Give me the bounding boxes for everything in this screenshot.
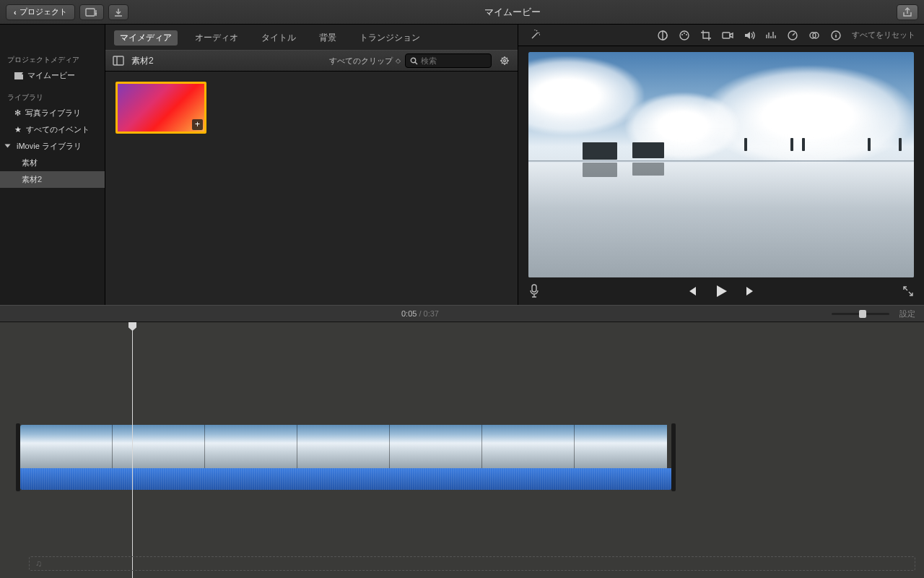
timeline-clip-segment[interactable] — [482, 425, 575, 468]
tab-my-media[interactable]: マイメディア — [114, 30, 178, 46]
timeline-clip-segment[interactable] — [205, 425, 297, 468]
clip-thumbnail[interactable]: + — [116, 82, 206, 134]
flower-icon: ✻ — [14, 108, 21, 118]
zoom-thumb[interactable] — [859, 310, 866, 318]
search-field[interactable] — [405, 53, 492, 68]
fullscreen-button[interactable] — [902, 285, 914, 297]
prev-button[interactable] — [686, 285, 697, 297]
media-browser: マイメディア オーディオ タイトル 背景 トランジション 素材2 すべてのクリッ… — [105, 25, 518, 305]
sidebar-item-all-events[interactable]: ★ すべてのイベント — [0, 121, 105, 138]
updown-icon: ◇ — [396, 57, 399, 64]
balance-icon — [657, 30, 668, 41]
titlebar: ‹ プロジェクト マイムービー — [0, 0, 924, 25]
tab-titles[interactable]: タイトル — [256, 30, 302, 46]
reset-all-button[interactable]: すべてをリセット — [852, 30, 915, 40]
color-balance-button[interactable] — [657, 30, 668, 41]
tab-transitions[interactable]: トランジション — [354, 30, 426, 46]
equalizer-icon — [765, 30, 777, 41]
timeline[interactable]: ♫ — [0, 322, 924, 578]
gear-icon — [499, 55, 510, 66]
back-button[interactable]: ‹ プロジェクト — [6, 4, 75, 20]
crop-icon — [700, 30, 712, 41]
star-icon: ★ — [14, 125, 22, 134]
svg-point-4 — [411, 58, 415, 62]
zoom-slider[interactable] — [832, 313, 889, 315]
sidebar-icon — [113, 56, 124, 66]
sidebar-item-sozai[interactable]: 素材 — [0, 155, 105, 171]
media-import-icon — [85, 7, 98, 17]
clip-grid: + — [105, 72, 518, 305]
svg-point-1 — [95, 12, 96, 14]
viewer-panel: すべてをリセット — [518, 25, 924, 305]
info-icon — [830, 30, 842, 41]
filter-button[interactable] — [808, 30, 820, 41]
svg-rect-3 — [113, 56, 123, 65]
tab-backgrounds[interactable]: 背景 — [313, 30, 342, 46]
download-icon — [113, 7, 123, 17]
sidebar-item-imovie-library[interactable]: iMovie ライブラリ — [0, 138, 105, 155]
playhead[interactable] — [132, 322, 133, 578]
play-button[interactable] — [713, 283, 729, 299]
color-correction-button[interactable] — [679, 30, 690, 41]
volume-button[interactable] — [744, 30, 755, 41]
timeline-clip-segment[interactable] — [113, 425, 205, 468]
current-time: 0:05 — [401, 309, 417, 318]
clapper-icon — [14, 72, 23, 79]
project-media-header: プロジェクトメディア — [0, 52, 105, 67]
background-music-track[interactable]: ♫ — [29, 556, 915, 571]
sidebar-toggle-button[interactable] — [111, 53, 126, 68]
window-title: マイムービー — [128, 6, 897, 19]
stabilization-button[interactable] — [722, 30, 733, 41]
camera-icon — [722, 30, 733, 41]
svg-rect-0 — [86, 9, 95, 16]
search-input[interactable] — [421, 56, 479, 65]
speed-button[interactable] — [787, 30, 798, 41]
palette-icon — [679, 30, 690, 41]
browser-title: 素材2 — [131, 55, 154, 67]
play-icon — [713, 283, 729, 299]
sidebar-item-sozai2[interactable]: 素材2 — [0, 171, 105, 188]
wand-icon — [528, 29, 541, 42]
share-button[interactable] — [897, 4, 918, 20]
mic-icon — [528, 284, 540, 298]
svg-point-9 — [681, 34, 683, 35]
chevron-left-icon: ‹ — [14, 8, 17, 17]
gauge-icon — [787, 30, 798, 41]
sidebar: プロジェクトメディア マイムービー ライブラリ ✻ 写真ライブラリ ★ すべての… — [0, 25, 105, 305]
back-button-label: プロジェクト — [19, 7, 67, 17]
adjust-toolbar: すべてをリセット — [518, 25, 924, 46]
media-import-button[interactable] — [79, 4, 104, 20]
browser-settings-button[interactable] — [497, 53, 512, 68]
disclosure-triangle-icon — [5, 144, 11, 147]
clip-handle-right[interactable] — [671, 423, 676, 491]
crop-button[interactable] — [700, 30, 712, 41]
timeline-header: 0:05 / 0:37 設定 — [0, 305, 924, 322]
noise-reduction-button[interactable] — [765, 30, 777, 41]
timeline-clip-segment[interactable] — [20, 425, 113, 468]
timeline-clip-segment[interactable] — [297, 425, 390, 468]
timeline-settings-button[interactable]: 設定 — [899, 309, 915, 319]
library-header: ライブラリ — [0, 90, 105, 105]
add-clip-icon[interactable]: + — [192, 119, 203, 130]
sidebar-item-my-movie[interactable]: マイムービー — [0, 67, 105, 84]
magic-wand-button[interactable] — [527, 29, 543, 42]
timeline-clip-segment[interactable] — [575, 425, 667, 468]
svg-point-8 — [680, 31, 689, 40]
voiceover-button[interactable] — [528, 284, 540, 298]
prev-icon — [686, 285, 697, 297]
timeline-clip-segment[interactable] — [390, 425, 482, 468]
preview-viewport[interactable] — [528, 52, 914, 277]
tab-audio[interactable]: オーディオ — [189, 30, 244, 46]
music-note-icon: ♫ — [35, 558, 42, 569]
download-button[interactable] — [108, 4, 128, 20]
browser-toolbar: 素材2 すべてのクリップ ◇ — [105, 50, 518, 72]
sidebar-item-photo-library[interactable]: ✻ 写真ライブラリ — [0, 105, 105, 121]
svg-point-6 — [504, 60, 506, 62]
clip-filter-dropdown[interactable]: すべてのクリップ ◇ — [329, 56, 399, 66]
svg-rect-2 — [14, 74, 23, 79]
search-icon — [410, 57, 418, 65]
speaker-icon — [744, 30, 755, 41]
next-button[interactable] — [745, 285, 757, 297]
info-button[interactable] — [830, 30, 842, 41]
audio-waveform[interactable] — [20, 468, 671, 490]
